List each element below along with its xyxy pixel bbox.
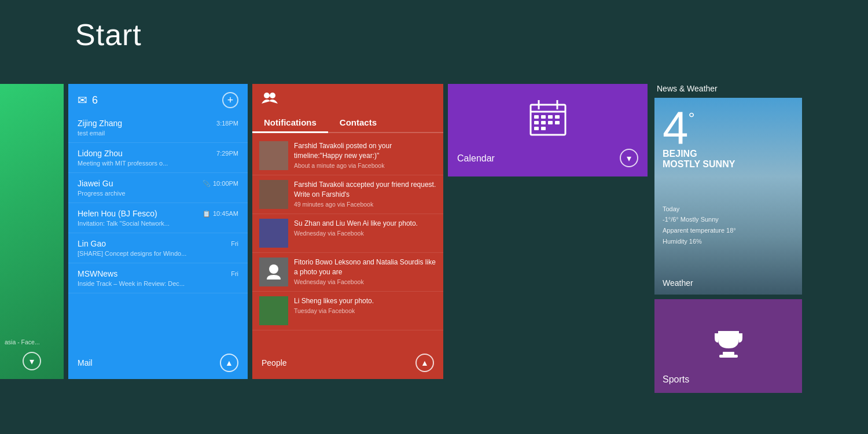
- chevron-up-icon: ▲: [421, 358, 429, 367]
- mail-item[interactable]: Lidong Zhou 7:29PM Meeting with MIT prof…: [68, 143, 248, 173]
- mail-subject: Invitation: Talk "Social Network...: [78, 220, 216, 227]
- today-label: Today: [663, 204, 794, 215]
- avatar: [259, 296, 288, 325]
- notification-title: Su Zhan and Liu Wen Ai like your photo.: [294, 219, 436, 229]
- svg-point-1: [270, 93, 275, 98]
- notifications-list: Farshid Tavakoli posted on your timeline…: [252, 137, 443, 347]
- mail-time: 📋 10:45AM: [203, 210, 238, 218]
- svg-rect-17: [723, 352, 734, 355]
- people-scroll-up-button[interactable]: ▲: [415, 354, 434, 372]
- svg-rect-7: [534, 115, 539, 119]
- avatar: [259, 219, 288, 248]
- weather-details: Today -1°/6° Mostly Sunny Apparent tempe…: [663, 204, 794, 247]
- tile-mail: ✉ 6 + Zijing Zhang 3:18PM test email Lid…: [68, 84, 248, 379]
- svg-rect-18: [719, 355, 738, 358]
- notification-source: Wednesday via Facebook: [294, 278, 436, 285]
- svg-rect-15: [534, 127, 539, 130]
- mail-list: Zijing Zhang 3:18PM test email Lidong Zh…: [68, 113, 248, 347]
- weather-condition: MOSTLY SUNNY: [663, 159, 794, 170]
- notification-text: Su Zhan and Liu Wen Ai like your photo. …: [294, 219, 436, 248]
- mail-item[interactable]: Lin Gao Fri [SHARE] Concept designs for …: [68, 233, 248, 263]
- humidity: Humidity 16%: [663, 236, 794, 247]
- today-detail: -1°/6° Mostly Sunny: [663, 214, 794, 225]
- svg-rect-16: [541, 127, 546, 130]
- mail-add-button[interactable]: +: [222, 92, 238, 108]
- people-footer-label: People: [262, 358, 287, 367]
- city-name: BEJING: [663, 149, 794, 159]
- apparent-temp: Apparent temperature 18°: [663, 225, 794, 236]
- svg-rect-12: [541, 121, 546, 124]
- people-icon: [262, 92, 278, 108]
- svg-rect-10: [555, 115, 560, 119]
- svg-rect-8: [541, 115, 546, 119]
- svg-rect-13: [548, 121, 553, 124]
- gap: [654, 295, 802, 299]
- notification-title: Li Sheng likes your photo.: [294, 296, 436, 306]
- mail-time: Fri: [231, 240, 238, 247]
- calendar-grid-icon: [529, 99, 567, 136]
- calendar-icon-wrapper: [457, 99, 638, 136]
- notification-text: Li Sheng likes your photo. Tuesday via F…: [294, 296, 436, 325]
- mail-sender: Jiawei Gu: [78, 179, 113, 188]
- chevron-down-icon: ▾: [30, 356, 34, 367]
- mail-subject: [SHARE] Concept designs for Windo...: [78, 250, 216, 257]
- mail-subject: test email: [78, 130, 216, 137]
- svg-rect-3: [531, 105, 565, 135]
- notification-source: 49 minutes ago via Facebook: [294, 201, 436, 208]
- temperature-value: 4: [663, 105, 689, 151]
- svg-rect-9: [548, 115, 553, 119]
- mail-footer: Mail ▲: [68, 347, 248, 379]
- notification-item[interactable]: Su Zhan and Liu Wen Ai like your photo. …: [252, 214, 443, 253]
- tile-sports[interactable]: Sports: [654, 299, 802, 393]
- avatar: [259, 258, 288, 286]
- svg-rect-14: [555, 121, 560, 124]
- tile-green[interactable]: asia - Face... ▾: [0, 84, 64, 379]
- mail-footer-label: Mail: [78, 358, 93, 367]
- mail-time: 3:18PM: [216, 120, 238, 127]
- mail-item[interactable]: MSWNews Fri Inside Track – Week in Revie…: [68, 263, 248, 293]
- mail-icon: ✉: [78, 93, 87, 107]
- tile-news-weather[interactable]: 4 ° BEJING MOSTLY SUNNY Today -1°/6° Mos…: [654, 98, 802, 295]
- mail-item[interactable]: Jiawei Gu 📎 10:00PM Progress archive: [68, 173, 248, 203]
- sports-label: Sports: [663, 374, 689, 385]
- mail-scroll-up-button[interactable]: ▲: [220, 354, 238, 372]
- tile-calendar[interactable]: Calendar ▾: [448, 84, 648, 176]
- notification-text: Farshid Tavakoli accepted your friend re…: [294, 180, 436, 209]
- notification-item[interactable]: Li Sheng likes your photo. Tuesday via F…: [252, 292, 443, 330]
- tile-people: Notifications Contacts Farshid Tavakoli …: [252, 84, 443, 379]
- notification-title: Farshid Tavakoli accepted your friend re…: [294, 180, 436, 200]
- mail-time: 📎 10:00PM: [203, 180, 238, 187]
- notification-item[interactable]: Farshid Tavakoli accepted your friend re…: [252, 175, 443, 214]
- tab-notifications[interactable]: Notifications: [252, 113, 328, 132]
- notification-source: About a minute ago via Facebook: [294, 162, 436, 169]
- mail-subject: Inside Track – Week in Review: Dec...: [78, 280, 216, 287]
- notification-title: Fitorio Bowo Leksono and Natalia Sourdis…: [294, 258, 436, 277]
- mail-sender: MSWNews: [78, 269, 117, 278]
- mail-item[interactable]: Zijing Zhang 3:18PM test email: [68, 113, 248, 143]
- mail-time: Fri: [231, 270, 238, 277]
- green-tile-bottom: ▾: [23, 352, 41, 370]
- tab-contacts[interactable]: Contacts: [328, 113, 388, 132]
- calendar-expand-button[interactable]: ▾: [620, 149, 638, 167]
- avatar: [259, 141, 288, 170]
- page-title: Start: [75, 17, 142, 52]
- mail-header: ✉ 6 +: [68, 84, 248, 113]
- plus-icon: +: [227, 94, 234, 106]
- calendar-footer: Calendar ▾: [457, 149, 638, 167]
- notification-source: Tuesday via Facebook: [294, 307, 436, 314]
- degree-symbol: °: [689, 109, 695, 128]
- mail-sender: Zijing Zhang: [78, 119, 122, 128]
- weather-link[interactable]: Weather: [663, 275, 794, 288]
- temperature-display: 4 °: [663, 105, 794, 151]
- people-header: [252, 84, 443, 113]
- green-expand-button[interactable]: ▾: [23, 352, 41, 370]
- mail-sender: Helen Hou (BJ Fesco): [78, 209, 157, 218]
- notification-text: Fitorio Bowo Leksono and Natalia Sourdis…: [294, 258, 436, 286]
- notification-item[interactable]: Fitorio Bowo Leksono and Natalia Sourdis…: [252, 253, 443, 292]
- mail-count: 6: [92, 94, 98, 106]
- mail-item[interactable]: Helen Hou (BJ Fesco) 📋 10:45AM Invitatio…: [68, 203, 248, 233]
- green-tile-label: asia - Face...: [5, 339, 40, 345]
- notification-item[interactable]: Farshid Tavakoli posted on your timeline…: [252, 137, 443, 175]
- news-weather-section-label: News & Weather: [654, 84, 802, 98]
- chevron-up-icon: ▲: [225, 358, 233, 367]
